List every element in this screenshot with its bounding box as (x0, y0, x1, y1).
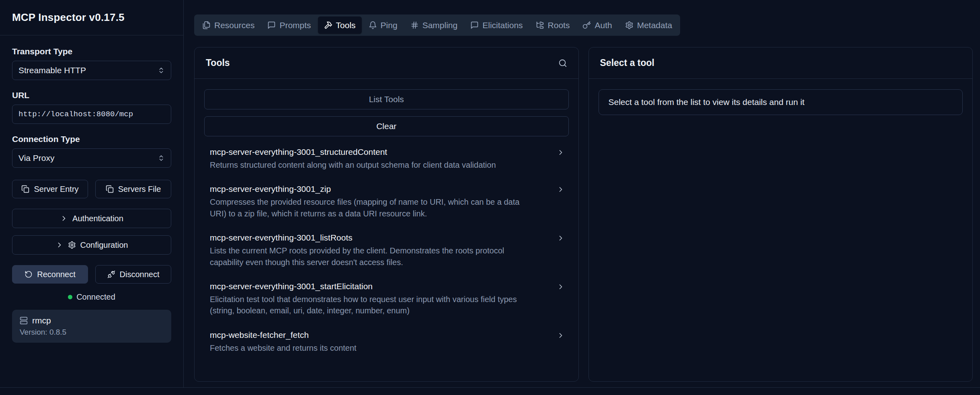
tool-list-item[interactable]: mcp-server-everything-3001_startElicitat… (204, 275, 569, 323)
server-icon (20, 317, 28, 325)
tools-icon (324, 21, 332, 29)
gear-icon (68, 241, 76, 249)
configuration-label: Configuration (80, 241, 128, 250)
copy-icon (21, 185, 29, 193)
sidebar: MCP Inspector v0.17.5 Transport Type Str… (0, 0, 184, 387)
transport-type-label: Transport Type (12, 47, 171, 56)
chevrons-up-down-icon (158, 154, 165, 162)
chevron-right-icon (557, 185, 565, 193)
connected-dot (68, 295, 72, 299)
list-tools-button[interactable]: List Tools (204, 89, 569, 109)
url-input[interactable] (12, 105, 171, 124)
tab-prompts[interactable]: Prompts (261, 16, 317, 34)
tab-auth[interactable]: Auth (576, 16, 618, 34)
tool-name: mcp-website-fetcher_fetch (210, 330, 538, 340)
tab-bar: Resources Prompts Tools Ping Sampling El… (194, 14, 680, 36)
tools-panel-body: List Tools Clear mcp-server-everything-3… (195, 79, 578, 371)
tool-list: mcp-server-everything-3001_structuredCon… (204, 140, 569, 360)
chevron-right-icon (557, 234, 565, 242)
tool-description: Fetches a website and returns its conten… (210, 342, 531, 354)
connection-type-label: Connection Type (12, 134, 171, 144)
disconnect-label: Disconnect (120, 270, 160, 279)
chevron-right-icon (60, 214, 68, 222)
tab-tools[interactable]: Tools (318, 16, 362, 34)
servers-file-label: Servers File (118, 185, 161, 194)
transport-type-value: Streamable HTTP (18, 66, 86, 75)
roots-icon (536, 21, 544, 29)
tool-name: mcp-server-everything-3001_startElicitat… (210, 282, 538, 291)
tab-elicitations[interactable]: Elicitations (464, 16, 529, 34)
auth-icon (582, 21, 591, 29)
tool-list-item[interactable]: mcp-website-fetcher_fetch Fetches a webs… (204, 323, 569, 360)
tool-list-item[interactable]: mcp-server-everything-3001_zip Compresse… (204, 177, 569, 226)
chevron-right-icon (557, 148, 565, 156)
resources-icon (202, 21, 211, 29)
prompts-icon (267, 21, 276, 29)
chevrons-up-down-icon (158, 67, 165, 74)
connection-type-value: Via Proxy (18, 153, 55, 163)
connection-status: Connected (12, 292, 171, 302)
connection-type-select[interactable]: Via Proxy (12, 148, 171, 168)
authentication-label: Authentication (72, 214, 123, 223)
authentication-toggle[interactable]: Authentication (12, 209, 171, 228)
content-row: Tools List Tools Clear mcp-server-everyt… (194, 47, 973, 382)
server-entry-label: Server Entry (34, 185, 78, 194)
tools-panel: Tools List Tools Clear mcp-server-everyt… (194, 47, 579, 382)
tools-panel-title: Tools (206, 58, 230, 68)
search-icon[interactable] (558, 59, 567, 68)
tool-name: mcp-server-everything-3001_zip (210, 184, 538, 194)
app-window: MCP Inspector v0.17.5 Transport Type Str… (0, 0, 980, 388)
tab-sampling[interactable]: Sampling (404, 16, 464, 34)
main-area: Resources Prompts Tools Ping Sampling El… (184, 0, 980, 387)
sidebar-body: Transport Type Streamable HTTP URL Conne… (0, 35, 183, 354)
rotate-ccw-icon (25, 270, 33, 278)
tool-detail-placeholder: Select a tool from the list to view its … (599, 89, 963, 115)
disconnect-button[interactable]: Disconnect (95, 265, 171, 284)
tool-description: Lists the current MCP roots provided by … (210, 245, 531, 268)
tool-description: Returns structured content along with an… (210, 159, 531, 171)
configuration-toggle[interactable]: Configuration (12, 235, 171, 255)
app-title: MCP Inspector v0.17.5 (12, 11, 171, 24)
sidebar-header: MCP Inspector v0.17.5 (0, 0, 183, 35)
transport-type-select[interactable]: Streamable HTTP (12, 61, 171, 80)
tool-list-item[interactable]: mcp-server-everything-3001_listRoots Lis… (204, 226, 569, 275)
chevron-right-icon (55, 241, 64, 249)
chevron-right-icon (557, 283, 565, 291)
reconnect-button[interactable]: Reconnect (12, 265, 88, 284)
ping-icon (369, 21, 377, 29)
server-entry-button[interactable]: Server Entry (12, 180, 88, 198)
tab-resources[interactable]: Resources (196, 16, 260, 34)
sampling-icon (410, 21, 419, 29)
tool-name: mcp-server-everything-3001_structuredCon… (210, 147, 538, 157)
connected-label: Connected (76, 292, 115, 302)
tool-detail-body: Select a tool from the list to view its … (589, 79, 973, 125)
server-version: Version: 0.8.5 (20, 328, 164, 337)
server-name: rmcp (32, 316, 51, 325)
metadata-icon (625, 21, 634, 29)
unplug-icon (107, 270, 115, 278)
elicitations-icon (470, 21, 479, 29)
tool-description: Elicitation test tool that demonstrates … (210, 294, 531, 317)
tools-panel-header: Tools (195, 47, 578, 79)
tool-detail-title: Select a tool (600, 58, 654, 68)
tool-list-item[interactable]: mcp-server-everything-3001_structuredCon… (204, 140, 569, 177)
tab-roots[interactable]: Roots (530, 16, 576, 34)
tool-name: mcp-server-everything-3001_listRoots (210, 233, 538, 243)
tab-metadata[interactable]: Metadata (619, 16, 679, 34)
servers-file-button[interactable]: Servers File (95, 180, 171, 198)
copy-icon (106, 185, 114, 193)
tab-ping[interactable]: Ping (363, 16, 404, 34)
url-label: URL (12, 91, 171, 100)
chevron-right-icon (557, 331, 565, 339)
server-card: rmcp Version: 0.8.5 (12, 310, 171, 343)
reconnect-label: Reconnect (37, 270, 76, 279)
clear-button[interactable]: Clear (204, 116, 569, 136)
tool-detail-panel: Select a tool Select a tool from the lis… (588, 47, 973, 382)
tool-detail-header: Select a tool (589, 47, 973, 79)
tool-description: Compresses the provided resource files (… (210, 196, 531, 219)
